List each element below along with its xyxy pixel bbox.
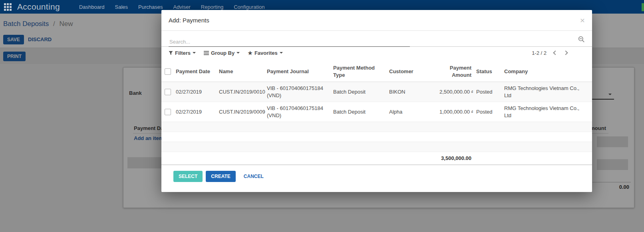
payment-method-cell: Batch Deposit: [331, 108, 387, 116]
payment-amount-cell: 1,000,000.00₫: [437, 108, 474, 116]
group-by-icon: [204, 51, 209, 55]
payments-list: Payment Date Name Payment Journal Paymen…: [161, 61, 592, 165]
header-customer[interactable]: Customer: [387, 68, 437, 75]
status-cell: Posted: [474, 88, 502, 96]
main-menu: Dashboard Sales Purchases Adviser Report…: [79, 4, 265, 10]
customer-cell: Alpha: [387, 108, 437, 116]
funnel-icon: [169, 51, 173, 55]
menu-reporting[interactable]: Reporting: [201, 4, 223, 10]
pager-range: 1-2 / 2: [532, 50, 547, 56]
empty-row: [161, 142, 592, 152]
payment-date-cell: 02/27/2019: [173, 108, 217, 116]
chevron-down-icon: [280, 52, 283, 54]
currency-symbol: ₫: [471, 90, 473, 94]
app-title: Accounting: [17, 2, 60, 12]
star-icon: ★: [248, 50, 252, 56]
total-amount: 3,500,000.00: [437, 155, 474, 162]
chevron-down-icon: [237, 52, 240, 54]
name-cell: CUST.IN/2019/0010: [217, 88, 264, 96]
search-bar: [161, 31, 592, 47]
pager-next-icon[interactable]: [563, 50, 568, 55]
favorites-label: Favorites: [254, 50, 278, 56]
row-checkbox-cell: [161, 109, 173, 115]
select-button[interactable]: SELECT: [173, 171, 203, 182]
favorites-dropdown[interactable]: ★ Favorites: [248, 50, 282, 56]
row-checkbox-cell: [161, 89, 173, 95]
header-payment-date[interactable]: Payment Date: [173, 68, 217, 75]
total-row: 3,500,000.00: [161, 152, 592, 165]
close-icon[interactable]: ×: [580, 16, 585, 24]
filters-dropdown[interactable]: Filters: [169, 50, 196, 56]
group-by-label: Group By: [211, 50, 235, 56]
group-by-dropdown[interactable]: Group By: [204, 50, 240, 56]
pager-previous-icon[interactable]: [553, 50, 557, 55]
dialog-title: Add: Payments: [169, 17, 209, 24]
select-all-cell: [161, 68, 173, 75]
apps-grid-icon[interactable]: [4, 3, 12, 11]
create-button[interactable]: CREATE: [206, 171, 235, 182]
add-payments-dialog: Add: Payments × Filters Group By: [161, 10, 592, 192]
pager: 1-2 / 2: [532, 50, 567, 56]
payment-journal-cell: VIB - 601704060175184 (VND): [264, 85, 331, 99]
table-row[interactable]: 02/27/2019 CUST.IN/2019/0010 VIB - 60170…: [161, 82, 592, 102]
header-status[interactable]: Status: [474, 68, 502, 75]
dialog-header: Add: Payments ×: [161, 10, 592, 31]
customer-cell: BIKON: [387, 88, 437, 96]
company-cell: RMG Technologies Vietnam Co., Ltd: [502, 85, 592, 99]
cancel-button[interactable]: CANCEL: [239, 171, 268, 182]
menu-purchases[interactable]: Purchases: [138, 4, 163, 10]
currency-symbol: ₫: [471, 110, 473, 114]
header-payment-journal[interactable]: Payment Journal: [264, 68, 331, 75]
search-input[interactable]: [169, 37, 410, 47]
menu-adviser[interactable]: Adviser: [173, 4, 190, 10]
header-company[interactable]: Company: [502, 68, 592, 75]
status-cell: Posted: [474, 108, 502, 116]
payment-journal-cell: VIB - 601704060175184 (VND): [264, 105, 331, 119]
dialog-footer: SELECT CREATE CANCEL: [161, 165, 592, 192]
chevron-down-icon: [193, 52, 196, 54]
menu-dashboard[interactable]: Dashboard: [79, 4, 105, 10]
search-magnifier-icon[interactable]: [578, 36, 585, 44]
table-row[interactable]: 02/27/2019 CUST.IN/2019/0009 VIB - 60170…: [161, 102, 592, 122]
menu-sales[interactable]: Sales: [115, 4, 128, 10]
list-header-row: Payment Date Name Payment Journal Paymen…: [161, 61, 592, 82]
navbar-right-partial-element: [642, 3, 644, 11]
payment-date-cell: 02/27/2019: [173, 88, 217, 96]
filter-bar: Filters Group By ★ Favorites 1-2 / 2: [161, 47, 592, 59]
row-checkbox[interactable]: [165, 89, 171, 95]
empty-row: [161, 132, 592, 142]
name-cell: CUST.IN/2019/0009: [217, 108, 264, 116]
payment-method-cell: Batch Deposit: [331, 88, 387, 96]
menu-configuration[interactable]: Configuration: [234, 4, 264, 10]
empty-row: [161, 122, 592, 132]
header-name[interactable]: Name: [217, 68, 264, 75]
filters-label: Filters: [175, 50, 191, 56]
row-checkbox[interactable]: [165, 109, 171, 115]
filter-group: Filters Group By ★ Favorites: [169, 50, 283, 56]
header-payment-method-type[interactable]: Payment Method Type: [331, 64, 387, 78]
header-payment-amount[interactable]: Payment Amount: [437, 64, 474, 78]
payment-amount-cell: 2,500,000.00₫: [437, 88, 474, 96]
company-cell: RMG Technologies Vietnam Co., Ltd: [502, 105, 592, 119]
select-all-checkbox[interactable]: [165, 68, 171, 75]
